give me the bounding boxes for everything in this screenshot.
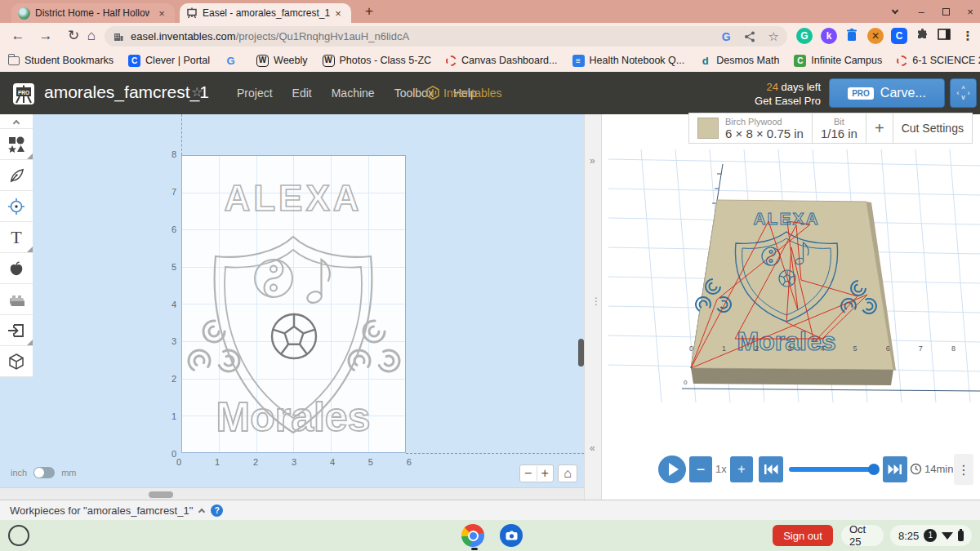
- add-bit-button[interactable]: +: [866, 113, 893, 144]
- sign-out-button[interactable]: Sign out: [773, 525, 833, 546]
- import-tool[interactable]: [0, 315, 33, 346]
- collapse-right-icon[interactable]: »: [590, 155, 595, 167]
- browser-menu-icon[interactable]: ⋮: [960, 28, 976, 44]
- play-button[interactable]: [658, 455, 686, 483]
- reload-icon[interactable]: ↻: [64, 26, 83, 46]
- bookmarks-bar: Student Bookmarks CClever | Portal G WWe…: [0, 49, 980, 72]
- readwrite-extension-icon[interactable]: ✕: [867, 28, 884, 44]
- bookmark-infinite-campus[interactable]: CInfinite Campus: [794, 55, 882, 67]
- extensions-puzzle-icon[interactable]: [914, 28, 930, 44]
- menu-item[interactable]: Project: [237, 87, 273, 100]
- bookmark-student-bookmarks[interactable]: Student Bookmarks: [8, 55, 114, 66]
- preview-3d-view[interactable]: ALEXA Morales: [608, 149, 980, 402]
- grammarly-extension-icon[interactable]: G: [796, 28, 813, 44]
- simulation-slider-track[interactable]: [789, 467, 879, 472]
- jog-machine-button[interactable]: ‹^v›: [950, 78, 977, 108]
- launcher-button[interactable]: [8, 525, 29, 546]
- project-title[interactable]: amorales_famcrest_1: [44, 82, 209, 102]
- speed-up-button[interactable]: +: [730, 456, 753, 482]
- home-icon[interactable]: ⌂: [82, 26, 101, 46]
- tab-easel[interactable]: Easel - amorales_famcrest_1 ×: [180, 3, 351, 23]
- bookmark-canvas-dashboard[interactable]: Canvas Dashboard...: [446, 55, 557, 66]
- tab-district-home[interactable]: District Home - Half Hollow Hills ×: [11, 3, 175, 23]
- date-pill[interactable]: Oct 25: [841, 525, 884, 546]
- skip-to-end-button[interactable]: [883, 456, 907, 482]
- new-tab-button[interactable]: +: [359, 2, 379, 20]
- minimize-button[interactable]: –: [910, 0, 933, 23]
- units-toggle[interactable]: [33, 467, 55, 478]
- collapse-tools-button[interactable]: [0, 114, 33, 129]
- panel-splitter[interactable]: » ⋮ «: [584, 114, 602, 500]
- bookmark-weebly[interactable]: WWeebly: [256, 55, 307, 67]
- back-icon[interactable]: ←: [8, 26, 28, 46]
- zoom-in-button[interactable]: +: [537, 466, 554, 481]
- battery-icon: [958, 531, 964, 541]
- side-panel-icon[interactable]: [936, 28, 952, 44]
- vertical-scrollbar-thumb[interactable]: [578, 339, 584, 367]
- 3d-view-tool[interactable]: [0, 346, 33, 377]
- menu-item[interactable]: Edit: [292, 87, 312, 100]
- scrollbar-thumb[interactable]: [149, 491, 173, 498]
- kami-extension-icon[interactable]: k: [821, 28, 837, 44]
- tab-title: Easel - amorales_famcrest_1: [203, 7, 330, 19]
- material-cell[interactable]: Birch Plywood6 × 8 × 0.75 in: [688, 113, 813, 144]
- google-g-icon[interactable]: G: [722, 30, 731, 43]
- collapse-workpieces-icon[interactable]: [198, 509, 205, 515]
- chromeos-shelf: Sign out Oct 25 8:25 1: [0, 520, 980, 551]
- bookmark-health-notebook[interactable]: ≡Health Notebook Q...: [572, 55, 685, 67]
- crest-design[interactable]: ALEXA: [181, 155, 406, 453]
- apps-apple-tool[interactable]: [0, 253, 33, 284]
- zoom-out-button[interactable]: −: [520, 466, 537, 481]
- drill-origin-tool[interactable]: [0, 191, 33, 222]
- tab-close-icon[interactable]: ×: [155, 7, 168, 20]
- speed-down-button[interactable]: −: [689, 456, 712, 482]
- cut-settings-button[interactable]: Cut Settings: [893, 113, 973, 144]
- machine-boundary-line: [406, 453, 584, 454]
- text-tool[interactable]: T: [0, 222, 33, 253]
- triskelion-right: [345, 321, 403, 375]
- tab-close-icon[interactable]: ×: [332, 7, 345, 20]
- bookmark-clever-portal[interactable]: CClever | Portal: [128, 55, 210, 67]
- collapse-left-icon[interactable]: «: [590, 442, 595, 454]
- share-icon[interactable]: [744, 31, 755, 42]
- soccer-ball-symbol: [272, 314, 316, 358]
- shapes-tool[interactable]: [0, 129, 33, 160]
- workpieces-label[interactable]: Workpieces for "amorales_famcrest_1": [10, 504, 193, 517]
- favorite-star-icon[interactable]: ☆: [191, 84, 203, 100]
- restore-button[interactable]: [934, 0, 957, 23]
- projects-brick-tool[interactable]: [0, 284, 33, 315]
- inventables-brand[interactable]: Inventables: [426, 86, 502, 100]
- sim-menu-button[interactable]: ⋮: [954, 454, 973, 485]
- skip-to-start-button[interactable]: [759, 456, 783, 482]
- clever-extension-icon[interactable]: C: [891, 28, 907, 44]
- shield-inner-outline: [225, 250, 362, 418]
- bookmark-science-class[interactable]: 6-1 SCIENCE 2022-...: [897, 55, 980, 66]
- bit-cell[interactable]: Bit 1/16 in: [813, 113, 866, 144]
- pen-tool[interactable]: [0, 160, 33, 191]
- simulation-slider-knob[interactable]: [868, 464, 880, 475]
- address-bar[interactable]: easel.inventables.com/projects/Qu1RnqhgH…: [105, 26, 787, 47]
- inventables-logo-icon: [426, 86, 439, 100]
- import-icon: [7, 322, 25, 340]
- bookmark-desmos-math[interactable]: dDesmos Math: [699, 55, 779, 67]
- bookmark-google[interactable]: G: [225, 55, 242, 67]
- forward-icon[interactable]: →: [36, 26, 56, 46]
- bookmark-star-icon[interactable]: ☆: [768, 29, 779, 44]
- get-easel-pro-link[interactable]: Get Easel Pro: [702, 95, 821, 107]
- zoom-home-button[interactable]: ⌂: [558, 464, 577, 482]
- design-canvas[interactable]: 876543210 0123456 ALEXA: [0, 114, 584, 487]
- help-icon[interactable]: ?: [211, 504, 223, 517]
- bookmark-photos-class[interactable]: WPhotos - Class 5-ZC: [323, 55, 432, 67]
- close-window-button[interactable]: ×: [959, 0, 980, 23]
- camera-icon[interactable]: [500, 524, 523, 547]
- splitter-handle-icon[interactable]: ⋮: [591, 295, 600, 307]
- trash-extension-icon[interactable]: [844, 28, 860, 44]
- status-tray[interactable]: 8:25 1: [890, 525, 972, 546]
- site-info-icon[interactable]: [113, 31, 124, 42]
- tabsearch-chevron-icon[interactable]: [884, 0, 906, 23]
- horizontal-scrollbar[interactable]: [0, 487, 584, 500]
- menu-item[interactable]: Machine: [332, 87, 375, 100]
- carve-button[interactable]: PRO Carve...: [829, 78, 945, 108]
- weebly-icon: W: [256, 55, 269, 67]
- chrome-icon[interactable]: [461, 524, 484, 547]
